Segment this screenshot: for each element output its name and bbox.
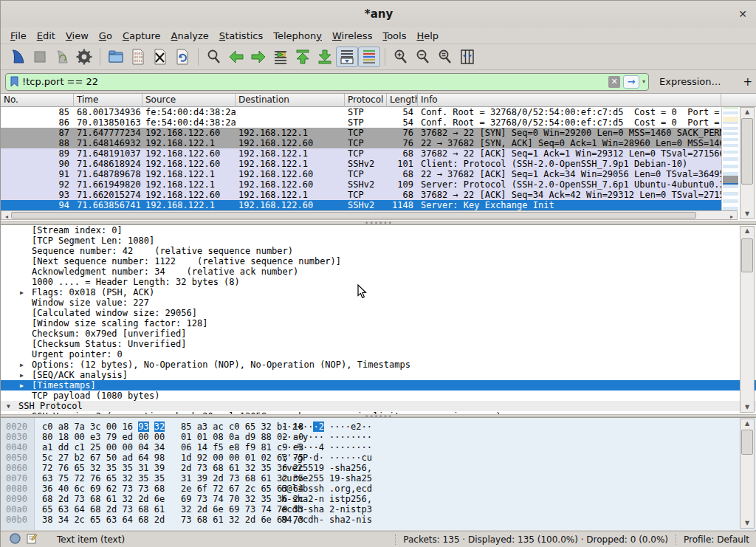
detail-row[interactable]: 1000 .... = Header Length: 32 bytes (8) — [1, 277, 756, 287]
zoom-out-icon[interactable] — [412, 47, 434, 67]
menu-wireless[interactable]: Wireless — [327, 29, 377, 43]
find-packet-icon[interactable] — [203, 47, 225, 67]
hex-row-0050[interactable]: 00505c 27 b2 67 50 ad 64 98 1d 92 00 00 … — [1, 453, 756, 463]
close-window-button[interactable]: ✕ — [736, 7, 749, 21]
zoom-in-icon[interactable] — [390, 47, 412, 67]
expert-info-icon[interactable] — [10, 533, 21, 546]
detail-row[interactable]: Acknowledgment number: 34 (relative ack … — [1, 266, 756, 277]
packet-row-89[interactable]: 8971.648191037192.168.122.60192.168.122.… — [1, 148, 721, 159]
packet-row-93[interactable]: 9371.662015274192.168.122.60192.168.122.… — [1, 190, 721, 200]
hex-vscrollbar[interactable]: ▲ ▼ — [740, 419, 755, 529]
packet-row-88[interactable]: 8871.648146932192.168.122.1192.168.122.6… — [1, 138, 721, 148]
collapse-arrow-icon[interactable]: ▼ — [7, 402, 10, 412]
column-header-no[interactable]: No. — [1, 94, 74, 107]
start-capture-icon[interactable] — [7, 47, 29, 67]
add-filter-button[interactable]: + — [738, 75, 756, 89]
filter-clear-icon[interactable]: ✕ — [608, 76, 620, 88]
scroll-down-icon[interactable]: ▼ — [740, 519, 754, 528]
detail-row[interactable]: [Next sequence number: 1122 (relative se… — [1, 256, 756, 266]
capture-options-icon[interactable] — [73, 47, 95, 67]
go-back-icon[interactable] — [225, 47, 247, 67]
hex-row-0090[interactable]: 009068 2d 73 68 61 32 2d 6e 69 73 74 70 … — [1, 494, 756, 504]
expand-arrow-icon[interactable]: ▶ — [20, 288, 24, 298]
hex-row-0080[interactable]: 008036 40 6c 69 62 73 73 68 2e 6f 72 67 … — [1, 484, 756, 494]
scrollbar-thumb[interactable] — [741, 118, 753, 185]
detail-row[interactable]: ▶[Timestamps] — [1, 380, 756, 391]
scrollbar-thumb[interactable] — [741, 430, 753, 455]
column-header-source[interactable]: Source — [142, 94, 236, 107]
hex-row-0070[interactable]: 007063 75 72 76 65 32 35 35 31 39 2d 73 … — [1, 473, 756, 484]
packet-row-85[interactable]: 8568.001734936fe:54:00:d4:38:2aSTP54Conf… — [1, 107, 721, 117]
go-to-packet-icon[interactable] — [269, 47, 292, 67]
save-file-icon[interactable]: 010101100111 — [127, 47, 149, 67]
column-header-protocol[interactable]: Protocol — [345, 94, 387, 107]
menu-file[interactable]: File — [5, 29, 32, 43]
scrollbar-thumb[interactable] — [11, 212, 696, 219]
menu-tools[interactable]: Tools — [377, 29, 411, 43]
scroll-down-icon[interactable]: ▼ — [740, 210, 754, 219]
column-header-length[interactable]: Length — [387, 94, 418, 107]
filter-bookmark-icon[interactable] — [6, 76, 22, 87]
go-last-icon[interactable] — [314, 47, 336, 67]
display-filter-field[interactable]: ✕ → ▾ — [5, 73, 649, 91]
restart-capture-icon[interactable] — [51, 47, 73, 67]
expression-button[interactable]: Expression… — [659, 76, 721, 87]
filter-dropdown-caret-icon[interactable]: ▾ — [641, 78, 648, 85]
colorize-icon[interactable] — [358, 47, 380, 67]
menu-help[interactable]: Help — [411, 29, 444, 43]
detail-row[interactable]: [Window size scaling factor: 128] — [1, 318, 756, 328]
auto-scroll-icon[interactable] — [336, 47, 358, 67]
packet-row-91[interactable]: 9171.648789678192.168.122.1192.168.122.6… — [1, 169, 721, 179]
detail-row[interactable]: Urgent pointer: 0 — [1, 349, 756, 359]
detail-row[interactable]: [TCP Segment Len: 1080] — [1, 235, 756, 246]
packet-row-94[interactable]: 9471.663856741192.168.122.1192.168.122.6… — [1, 200, 721, 210]
packet-list-minimap[interactable] — [721, 107, 739, 210]
close-file-icon[interactable] — [149, 47, 171, 67]
detail-row[interactable]: [Calculated window size: 29056] — [1, 308, 756, 318]
reload-file-icon[interactable] — [171, 47, 193, 67]
column-header-destination[interactable]: Destination — [236, 94, 345, 107]
expand-arrow-icon[interactable]: ▶ — [20, 371, 24, 381]
expand-arrow-icon[interactable]: ▶ — [20, 360, 24, 371]
detail-row[interactable]: ▼SSH Protocol — [1, 401, 756, 411]
hex-row-0030[interactable]: 003080 18 00 e3 79 ed 00 00 01 01 08 0a … — [1, 432, 756, 442]
hex-row-00a0[interactable]: 00a065 63 64 68 2d 73 68 61 32 2d 6e 69 … — [1, 504, 756, 515]
profile-text[interactable]: Profile: Default — [684, 534, 749, 545]
open-file-icon[interactable] — [105, 47, 127, 67]
stop-capture-icon[interactable] — [29, 47, 51, 67]
detail-row[interactable]: Window size value: 227 — [1, 297, 756, 308]
menu-go[interactable]: Go — [94, 29, 117, 43]
go-first-icon[interactable] — [292, 47, 314, 67]
display-filter-input[interactable] — [22, 76, 608, 87]
capture-comment-icon[interactable] — [27, 533, 38, 546]
scrollbar-thumb[interactable] — [741, 238, 753, 272]
detail-row[interactable]: [Stream index: 0] — [1, 225, 756, 235]
hex-row-0020[interactable]: 0020c0 a8 7a 3c 00 16 93 32 85 a3 ac c0 … — [1, 422, 756, 432]
menu-capture[interactable]: Capture — [117, 29, 166, 43]
menu-edit[interactable]: Edit — [32, 29, 61, 43]
packet-row-86[interactable]: 8670.013850163fe:54:00:d4:38:2aSTP54Conf… — [1, 117, 721, 128]
column-header-time[interactable]: Time — [74, 94, 142, 107]
expand-arrow-icon[interactable]: ▶ — [20, 381, 24, 391]
detail-row[interactable]: Sequence number: 42 (relative sequence n… — [1, 246, 756, 256]
details-vscrollbar[interactable]: ▲ ▼ — [740, 226, 755, 413]
filter-apply-icon[interactable]: → — [623, 75, 639, 89]
menu-view[interactable]: View — [61, 29, 94, 43]
zoom-original-icon[interactable] — [434, 47, 456, 67]
packet-row-92[interactable]: 9271.661949820192.168.122.1192.168.122.6… — [1, 179, 721, 190]
go-forward-icon[interactable] — [247, 47, 269, 67]
scroll-up-icon[interactable]: ▲ — [740, 108, 754, 117]
resize-columns-icon[interactable] — [456, 47, 478, 67]
packet-row-90[interactable]: 9071.648618924192.168.122.60192.168.122.… — [1, 159, 721, 169]
scroll-up-icon[interactable]: ▲ — [740, 419, 754, 428]
hex-row-00b0[interactable]: 00b038 34 2c 65 63 64 68 2d 73 68 61 32 … — [1, 515, 756, 525]
packet-list-vscrollbar[interactable]: ▲ ▼ — [740, 107, 755, 219]
detail-row[interactable]: [Checksum Status: Unverified] — [1, 339, 756, 349]
menu-analyze[interactable]: Analyze — [166, 29, 214, 43]
column-header-info[interactable]: Info — [418, 94, 721, 107]
menu-telephony[interactable]: Telephony — [268, 29, 327, 43]
menu-statistics[interactable]: Statistics — [214, 29, 268, 43]
hex-row-0040[interactable]: 0040a1 dd c1 25 00 00 04 34 06 14 f5 e8 … — [1, 442, 756, 453]
detail-row[interactable]: Checksum: 0x79ed [unverified] — [1, 328, 756, 339]
detail-row[interactable]: ▶Flags: 0x018 (PSH, ACK) — [1, 287, 756, 297]
